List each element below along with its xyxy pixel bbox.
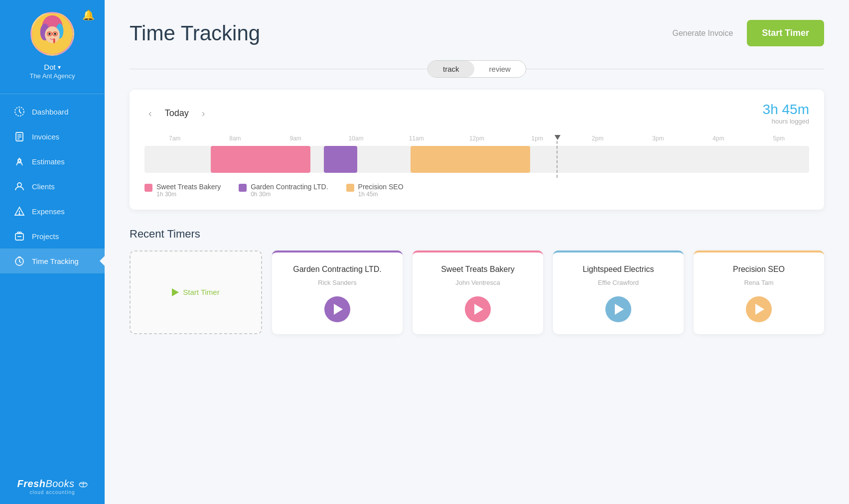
tabs-row: track review — [130, 60, 824, 78]
sidebar-logo: FreshBooks cloud accounting — [17, 468, 87, 504]
sidebar-item-clients[interactable]: Clients — [0, 174, 105, 199]
tab-line-left — [130, 69, 427, 69]
timer-person-precision-seo: Rena Tam — [744, 279, 773, 286]
add-timer-card[interactable]: Start Timer — [130, 251, 262, 334]
timeline-label-12pm: 12pm — [446, 135, 507, 142]
add-timer-label: Start Timer — [183, 288, 219, 296]
page-title: Time Tracking — [130, 21, 260, 45]
sidebar-username: Dot — [44, 63, 55, 71]
timer-person-lightspeed-electrics: Effie Crawford — [598, 279, 639, 286]
tab-track[interactable]: track — [428, 61, 474, 77]
play-icon — [334, 304, 343, 315]
sidebar-item-projects[interactable]: Projects — [0, 224, 105, 249]
add-timer-row[interactable]: Start Timer — [172, 288, 219, 296]
timer-play-lightspeed-electrics[interactable] — [605, 296, 631, 322]
timeline-labels: 7am 8am 9am 10am 11am 12pm 1pm 2pm 3pm 4… — [144, 135, 809, 142]
sidebar-item-expenses[interactable]: Expenses — [0, 199, 105, 224]
timer-play-precision-seo[interactable] — [746, 296, 772, 322]
timeline-header: ‹ Today › 3h 45m hours logged — [144, 102, 809, 125]
sidebar-item-invoices[interactable]: Invoices — [0, 124, 105, 149]
tab-review[interactable]: review — [474, 61, 526, 77]
timeline-legend: Sweet Treats Bakery 1h 30m Garden Contra… — [144, 183, 809, 198]
main-header: Time Tracking Generate Invoice Start Tim… — [130, 20, 824, 46]
timeline-label-11am: 11am — [386, 135, 446, 142]
timeline-next-button[interactable]: › — [198, 106, 209, 121]
main-content: Time Tracking Generate Invoice Start Tim… — [105, 0, 849, 504]
sidebar-item-label: Dashboard — [32, 108, 68, 116]
sidebar-item-dashboard[interactable]: Dashboard — [0, 99, 105, 124]
timeline-label-9am: 9am — [266, 135, 326, 142]
sidebar-company: The Ant Agency — [29, 72, 75, 80]
timeline-prev-button[interactable]: ‹ — [144, 106, 156, 121]
legend-dot-sweet-treats — [144, 184, 152, 192]
legend-duration-garden-contracting: 0h 30m — [251, 191, 328, 198]
legend-dot-garden-contracting — [239, 184, 247, 192]
timer-play-sweet-treats[interactable] — [465, 296, 491, 322]
sidebar-user-row: Dot ▾ — [44, 63, 60, 71]
timer-card-sweet-treats: Sweet Treats Bakery John Ventresca — [413, 251, 543, 334]
timer-person-sweet-treats: John Ventresca — [455, 279, 500, 286]
legend-duration-precision-seo: 1h 45m — [358, 191, 404, 198]
legend-name-garden-contracting: Garden Contracting LTD. — [251, 183, 328, 191]
timeline-current-line — [557, 141, 558, 178]
generate-invoice-button[interactable]: Generate Invoice — [672, 29, 733, 38]
svg-rect-10 — [53, 38, 55, 43]
add-timer-play-icon — [172, 288, 179, 296]
freshbooks-tagline: cloud accounting — [29, 490, 75, 495]
dropdown-icon[interactable]: ▾ — [58, 64, 61, 71]
timeline-period-label: Today — [165, 108, 189, 119]
legend-name-precision-seo: Precision SEO — [358, 183, 404, 191]
freshbooks-logo: FreshBooks — [17, 478, 87, 490]
timer-person-garden-contracting: Rick Sanders — [318, 279, 356, 286]
timeline-label-5pm: 5pm — [749, 135, 809, 142]
hours-logged-label: hours logged — [763, 118, 809, 125]
timeline-nav: ‹ Today › — [144, 106, 209, 121]
sidebar: 🔔 — [0, 0, 105, 504]
timeline-card: ‹ Today › 3h 45m hours logged 7am 8am 9a… — [130, 90, 824, 210]
timeline-segment-precision-seo — [411, 146, 530, 173]
avatar — [30, 12, 74, 56]
legend-sweet-treats: Sweet Treats Bakery 1h 30m — [144, 183, 221, 198]
timeline-segment-garden-contracting — [324, 146, 357, 173]
timer-cards-row: Start Timer Garden Contracting LTD. Rick… — [130, 251, 824, 334]
play-icon — [615, 304, 624, 315]
timer-card-precision-seo: Precision SEO Rena Tam — [694, 251, 824, 334]
hours-logged-value: 3h 45m — [763, 102, 809, 118]
timeline-bar-area — [144, 146, 809, 173]
timeline-label-4pm: 4pm — [688, 135, 748, 142]
timer-play-garden-contracting[interactable] — [324, 296, 350, 322]
sidebar-item-label: Time Tracking — [32, 257, 79, 265]
timer-title-sweet-treats: Sweet Treats Bakery — [441, 264, 515, 275]
timeline-label-7am: 7am — [144, 135, 205, 142]
timeline-segment-sweet-treats — [211, 146, 310, 173]
notification-bell-icon[interactable]: 🔔 — [82, 9, 95, 21]
tabs-container: track review — [427, 60, 526, 78]
recent-timers-section: Recent Timers Start Timer Garden Contrac… — [130, 228, 824, 334]
sidebar-item-estimates[interactable]: Estimates — [0, 149, 105, 174]
legend-name-sweet-treats: Sweet Treats Bakery — [156, 183, 221, 191]
legend-duration-sweet-treats: 1h 30m — [156, 191, 221, 198]
sidebar-item-label: Projects — [32, 232, 59, 241]
legend-precision-seo: Precision SEO 1h 45m — [346, 183, 404, 198]
timer-title-precision-seo: Precision SEO — [733, 264, 785, 275]
timeline-current-arrow — [555, 135, 561, 140]
sidebar-nav: Dashboard Invoices Estimates — [0, 99, 105, 468]
sidebar-top: 🔔 — [0, 0, 105, 89]
sidebar-item-label: Expenses — [32, 207, 65, 216]
sidebar-item-time-tracking[interactable]: Time Tracking — [0, 249, 105, 273]
play-icon — [755, 304, 764, 315]
sidebar-item-label: Estimates — [32, 157, 65, 166]
start-timer-header-button[interactable]: Start Timer — [747, 20, 824, 46]
sidebar-item-label: Clients — [32, 182, 55, 191]
recent-timers-title: Recent Timers — [130, 228, 824, 241]
svg-point-6 — [54, 33, 56, 35]
timer-card-lightspeed-electrics: Lightspeed Electrics Effie Crawford — [553, 251, 684, 334]
legend-garden-contracting: Garden Contracting LTD. 0h 30m — [239, 183, 328, 198]
sidebar-item-label: Invoices — [32, 132, 59, 141]
sidebar-divider — [0, 94, 105, 94]
svg-point-5 — [48, 33, 51, 35]
timer-card-garden-contracting: Garden Contracting LTD. Rick Sanders — [272, 251, 403, 334]
timeline-grid: 7am 8am 9am 10am 11am 12pm 1pm 2pm 3pm 4… — [144, 135, 809, 173]
legend-dot-precision-seo — [346, 184, 354, 192]
svg-point-21 — [19, 214, 20, 215]
